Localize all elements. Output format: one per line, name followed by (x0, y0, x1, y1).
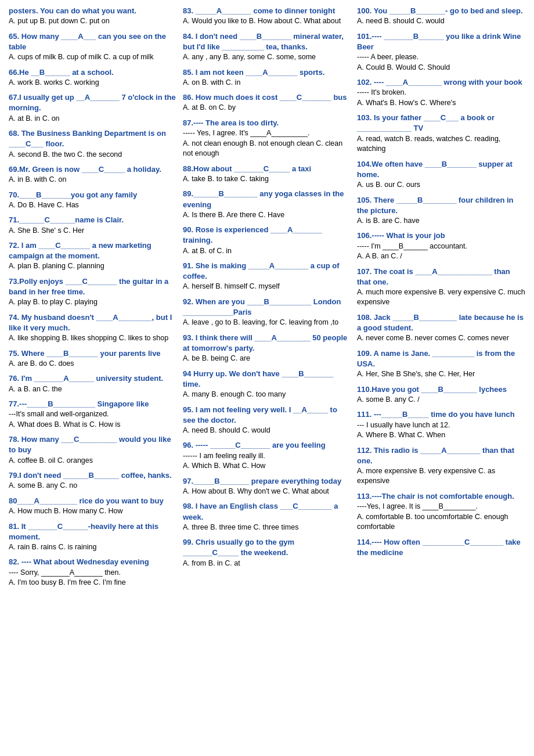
question-sub-q67: A. at B. in C. on (9, 114, 177, 124)
question-block-q95: 95. I am not feeling very well. I __A___… (183, 405, 351, 436)
question-title-q101: 101.---- _______B______ you like a drink… (357, 31, 525, 52)
question-sub-q68: A. second B. the two C. the second (9, 150, 177, 160)
question-title-q89: 89.______B________ any yoga classes in t… (183, 189, 351, 210)
question-title-q92: 92. When are you ____B__________ London … (183, 297, 351, 318)
question-title-q72: 72. I am ____C_______ a new marketing ca… (9, 240, 177, 261)
question-title-q68: 68. The Business Banking Department is o… (9, 128, 177, 149)
question-block-q101: 101.---- _______B______ you like a drink… (357, 31, 525, 73)
question-title-q110: 110.Have you got ____B________ lychees (357, 384, 525, 395)
question-sub-q101: ----- A beer, please. A. Could B. Would … (357, 52, 525, 73)
question-sub-q73: A. play B. to play C. playing (9, 297, 177, 308)
question-title-q102: 102. ---- ____A________ wrong with your … (357, 77, 525, 88)
question-title-q65: 65. How many ____A___ can you see on the… (9, 31, 177, 52)
question-title-q80: 80____A_________ rice do you want to buy (9, 496, 177, 506)
question-sub-q83: A. Would you like to B. How about C. Wha… (183, 16, 351, 27)
question-title-q83: 83. _____A_______ come to dinner tonight (183, 6, 351, 16)
question-sub-q86: A. at B. on C. by (183, 103, 351, 113)
question-sub-q75: A. are B. do C. does (9, 359, 177, 369)
question-sub-q94: A. many B. enough C. too many (183, 390, 351, 400)
question-title-q81: 81. It _______C______-heavily here at th… (9, 521, 177, 542)
question-title-q74: 74. My husband doesn't ____A________, bu… (9, 312, 177, 333)
question-block-q96: 96. ----- ______C_______ are you feeling… (183, 440, 351, 471)
question-sub-q99: A. from B. in C. at (183, 559, 351, 569)
question-block-q99: 99. Chris usually go to the gym _______C… (183, 537, 351, 568)
question-sub-q97: A. How about B. Why don't we C. What abo… (183, 487, 351, 497)
question-sub-q71: A. She B. She' s C. Her (9, 226, 177, 236)
question-sub-q107: A. much more expensive B. very expensive… (357, 287, 525, 308)
question-title-q105: 105. There _____B________ four children … (357, 195, 525, 216)
question-block-q104: 104.We often have ____B_______ supper at… (357, 159, 525, 190)
question-block-q81: 81. It _______C______-heavily here at th… (9, 521, 177, 553)
question-sub-q79: A. some B. any C. no (9, 481, 177, 491)
question-title-q99: 99. Chris usually go to the gym _______C… (183, 537, 351, 558)
question-block-q91: 91. She is making _____A________ a cup o… (183, 261, 351, 292)
question-block-q87: 87.---- The area is too dirty.----- Yes,… (183, 118, 351, 159)
question-sub-q77: ---It's small and well-organized. A. Wha… (9, 409, 177, 430)
question-sub-q95: A. need B. should C. would (183, 426, 351, 436)
question-sub-q103: A. read, watch B. reads, watches C. read… (357, 134, 525, 154)
question-title-q86: 86. How much does it cost ____C_______ b… (183, 92, 351, 103)
question-title-q94: 94 Hurry up. We don't have ____B_______ … (183, 369, 351, 390)
question-title-q88: 88.How about _______C_____ a taxi (183, 164, 351, 174)
question-sub-q113: ----Yes, I agree. It is ____B________. A… (357, 502, 525, 532)
question-sub-q100: A. need B. should C. would (357, 16, 525, 27)
question-sub-q81: A. rain B. rains C. is raining (9, 542, 177, 553)
question-sub-q82: ---- Sorry, _______A_______ then. A. I'm… (9, 568, 177, 588)
question-title-q107: 107. The coat is ____A_____________ than… (357, 267, 525, 287)
question-title-q_poster: posters. You can do what you want. (9, 6, 177, 16)
question-block-q113: 113.----The chair is not comfortable eno… (357, 491, 525, 532)
question-block-q109: 109. A name is Jane. __________ is from … (357, 348, 525, 380)
question-block-q82: 82. ---- What about Wednesday evening---… (9, 557, 177, 588)
question-block-q114: 114.---- How often __________C________ t… (357, 537, 525, 558)
column-col3: 100. You _____B_______- go to bed and sl… (357, 6, 525, 593)
question-block-q98: 98. I have an English class ___C________… (183, 501, 351, 532)
question-title-q70: 70.____B_______you got any family (9, 190, 177, 200)
question-title-q104: 104.We often have ____B_______ supper at… (357, 159, 525, 180)
question-block-q85: 85. I am not keen ____A_______ sports.A.… (183, 67, 351, 88)
question-block-q79: 79.I don't need ______B______ coffee, ha… (9, 470, 177, 491)
question-block-q78: 78. How many ___C_________ would you lik… (9, 434, 177, 466)
question-block-q72: 72. I am ____C_______ a new marketing ca… (9, 240, 177, 272)
question-sub-q80: A. How much B. How many C. How (9, 506, 177, 517)
question-block-q69: 69.Mr. Green is now ____C_____ a holiday… (9, 164, 177, 185)
question-title-q69: 69.Mr. Green is now ____C_____ a holiday… (9, 164, 177, 175)
question-title-q112: 112. This radio is _____A________ than t… (357, 445, 525, 466)
question-title-q73: 73.Polly enjoys ____C_______ the guitar … (9, 276, 177, 297)
question-title-q91: 91. She is making _____A________ a cup o… (183, 261, 351, 282)
question-block-q107: 107. The coat is ____A_____________ than… (357, 267, 525, 308)
question-sub-q90: A. at B. of C. in (183, 246, 351, 257)
question-sub-q110: A. some B. any C. / (357, 395, 525, 405)
question-block-q102: 102. ---- ____A________ wrong with your … (357, 77, 525, 108)
question-sub-q76: A. a B. an C. the (9, 384, 177, 395)
question-title-q93: 93. I think there will ____A________ 50 … (183, 333, 351, 354)
question-block-q65: 65. How many ____A___ can you see on the… (9, 31, 177, 63)
question-title-q79: 79.I don't need ______B______ coffee, ha… (9, 470, 177, 481)
question-sub-q108: A. never come B. never comes C. comes ne… (357, 333, 525, 344)
question-sub-q85: A. on B. with C. in (183, 78, 351, 88)
question-block-q70: 70.____B_______you got any familyA. Do B… (9, 190, 177, 211)
question-sub-q69: A. in B. with C. on (9, 175, 177, 185)
question-block-q74: 74. My husband doesn't ____A________, bu… (9, 312, 177, 344)
question-sub-q109: A. Her, She B She's, she C. Her, Her (357, 369, 525, 380)
question-title-q90: 90. Rose is experienced ____A_______ tra… (183, 225, 351, 246)
question-sub-q104: A. us B. our C. ours (357, 180, 525, 190)
column-col2: 83. _____A_______ come to dinner tonight… (183, 6, 351, 593)
question-block-q71: 71.______C______name is Clair.A. She B. … (9, 215, 177, 236)
question-block-q93: 93. I think there will ____A________ 50 … (183, 333, 351, 364)
question-title-q76: 76. I'm _______A______ university studen… (9, 373, 177, 384)
main-content: posters. You can do what you want.A. put… (9, 6, 525, 593)
question-sub-q84: A. any , any B. any, some C. some, some (183, 52, 351, 63)
question-block-q80: 80____A_________ rice do you want to buy… (9, 496, 177, 517)
question-block-q66: 66.He __B______ at a school.A. work B. w… (9, 67, 177, 88)
question-block-q92: 92. When are you ____B__________ London … (183, 297, 351, 328)
question-title-q71: 71.______C______name is Clair. (9, 215, 177, 225)
question-sub-q106: ----- I'm ____B______ accountant. A. A B… (357, 242, 525, 262)
question-title-q108: 108. Jack _____B_________ late because h… (357, 312, 525, 333)
question-title-q67: 67.I usually get up __A_______ 7 o'clock… (9, 92, 177, 113)
question-block-q108: 108. Jack _____B_________ late because h… (357, 312, 525, 344)
question-title-q75: 75. Where ____B_______ your parents live (9, 348, 177, 359)
question-block-q97: 97._____B_______ prepare everything toda… (183, 476, 351, 497)
question-block-q90: 90. Rose is experienced ____A_______ tra… (183, 225, 351, 256)
question-block-q67: 67.I usually get up __A_______ 7 o'clock… (9, 92, 177, 124)
question-block-q89: 89.______B________ any yoga classes in t… (183, 189, 351, 220)
